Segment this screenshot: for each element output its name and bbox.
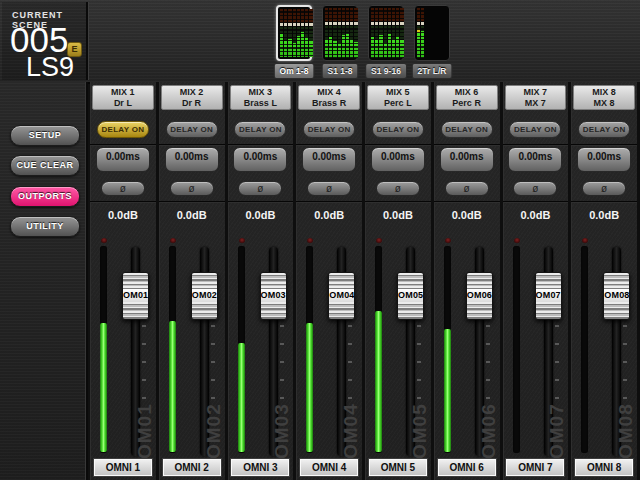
delay-on-button[interactable]: DELAY ON: [166, 121, 218, 138]
meter-bar: [301, 9, 304, 57]
fader-cap-ridges: [604, 302, 629, 319]
level-meter: [513, 246, 520, 453]
fader-cap-ridges: [192, 273, 217, 289]
channel-header[interactable]: MIX 7MX 7: [505, 85, 567, 110]
channel-name: MIX 7: [506, 87, 566, 98]
delay-time-button[interactable]: 0.00ms: [371, 147, 425, 172]
phase-button[interactable]: ø: [376, 181, 420, 196]
fader-cap[interactable]: OM04: [328, 272, 355, 320]
channel-header[interactable]: MIX 4Brass R: [298, 85, 360, 110]
channel-header[interactable]: MIX 5Perc L: [367, 85, 429, 110]
delay-time-button[interactable]: 0.00ms: [440, 147, 494, 172]
fader-scale-tick: [211, 325, 215, 327]
meter-bar: [400, 8, 403, 58]
scene-panel[interactable]: CURRENT SCENE 005 E LS9: [2, 2, 88, 80]
sidebar-button-outports[interactable]: OUTPORTS: [10, 186, 80, 207]
meter-block-label[interactable]: 2Tr L/R: [412, 63, 453, 79]
level-meter: [581, 246, 588, 453]
channel-header[interactable]: MIX 1Dr L: [92, 85, 154, 110]
meter-block-label[interactable]: Om 1-8: [274, 63, 315, 79]
meter-block-label[interactable]: S1 9-16: [365, 63, 407, 79]
channel-label: MX 8: [574, 98, 634, 109]
delay-time-button[interactable]: 0.00ms: [165, 147, 219, 172]
meter-block-label[interactable]: S1 1-8: [321, 63, 358, 79]
delay-on-button[interactable]: DELAY ON: [441, 121, 493, 138]
fader-scale-tick: [486, 361, 490, 363]
phase-button[interactable]: ø: [513, 181, 557, 196]
fader-cap-ridges: [467, 273, 492, 289]
fader-scale-tick: [280, 361, 284, 363]
fader-cap[interactable]: OM08: [603, 272, 630, 320]
channel-watermark-label: OM04: [340, 379, 362, 459]
fader-scale-tick: [555, 361, 559, 363]
meter-bar: [284, 9, 287, 57]
channel-strips: MIX 1Dr LDELAY ON0.00msø0.0dBOM01OM01OMN…: [90, 82, 640, 480]
fader-scale-tick: [555, 343, 559, 345]
fader-cap-ridges: [261, 302, 286, 319]
meter-bar: [417, 8, 420, 58]
delay-on-button[interactable]: DELAY ON: [97, 121, 149, 138]
phase-button[interactable]: ø: [582, 181, 626, 196]
delay-time-button[interactable]: 0.00ms: [508, 147, 562, 172]
meter-block-om-1-8[interactable]: [276, 5, 312, 61]
fader-scale-tick: [623, 325, 627, 327]
fader-cap-label: OM03: [261, 289, 286, 302]
fader-cap[interactable]: OM02: [191, 272, 218, 320]
output-port-label: OMNI 5: [369, 459, 427, 476]
channel-strip-7: MIX 7MX 7DELAY ON0.00msø0.0dBOM07OM07OMN…: [503, 82, 569, 480]
meter-bar: [388, 8, 391, 58]
sidebar-button-utility[interactable]: UTILITY: [10, 216, 80, 237]
meter-bars: [280, 9, 308, 57]
separator: [571, 144, 637, 146]
channel-strip-3: MIX 3Brass LDELAY ON0.00msø0.0dBOM03OM03…: [228, 82, 294, 480]
fader-cap-label: OM02: [192, 289, 217, 302]
meter-block-s1-9-16[interactable]: [368, 5, 404, 61]
fader-cap[interactable]: OM06: [466, 272, 493, 320]
delay-time-button[interactable]: 0.00ms: [302, 147, 356, 172]
delay-on-button[interactable]: DELAY ON: [303, 121, 355, 138]
channel-watermark-label: OM02: [203, 379, 225, 459]
phase-button[interactable]: ø: [238, 181, 282, 196]
level-meter: [169, 246, 176, 453]
fader-cap[interactable]: OM03: [260, 272, 287, 320]
meter-block-s1-1-8[interactable]: [322, 5, 358, 61]
fader-scale-tick: [280, 325, 284, 327]
channel-watermark-label: OM01: [134, 379, 156, 459]
delay-on-button[interactable]: DELAY ON: [578, 121, 630, 138]
separator: [228, 144, 294, 146]
channel-name: MIX 1: [93, 87, 153, 98]
delay-on-button[interactable]: DELAY ON: [372, 121, 424, 138]
phase-button[interactable]: ø: [445, 181, 489, 196]
delay-time-button[interactable]: 0.00ms: [233, 147, 287, 172]
level-meter-fill: [306, 323, 313, 452]
level-meter-fill: [375, 311, 382, 452]
fader-cap-ridges: [604, 273, 629, 289]
channel-header[interactable]: MIX 2Dr R: [161, 85, 223, 110]
separator: [503, 201, 569, 203]
delay-time-button[interactable]: 0.00ms: [577, 147, 631, 172]
meter-bar: [350, 8, 353, 58]
fader-gain-value: 0.0dB: [159, 209, 225, 221]
fader-cap-ridges: [467, 302, 492, 319]
sidebar: SETUPCUE CLEAROUTPORTSUTILITY: [0, 82, 88, 480]
fader-cap[interactable]: OM07: [535, 272, 562, 320]
delay-on-button[interactable]: DELAY ON: [509, 121, 561, 138]
clip-led: [514, 238, 520, 243]
delay-time-button[interactable]: 0.00ms: [96, 147, 150, 172]
meter-block-2tr-l-r[interactable]: [414, 5, 450, 61]
channel-header[interactable]: MIX 8MX 8: [573, 85, 635, 110]
sidebar-button-setup[interactable]: SETUP: [10, 125, 80, 146]
meter-bar: [379, 8, 382, 58]
sidebar-button-cue-clear[interactable]: CUE CLEAR: [10, 155, 80, 176]
phase-button[interactable]: ø: [170, 181, 214, 196]
channel-header[interactable]: MIX 6Perc R: [436, 85, 498, 110]
fader-cap[interactable]: OM01: [122, 272, 149, 320]
console-name: LS9: [26, 52, 74, 83]
fader-cap[interactable]: OM05: [397, 272, 424, 320]
delay-on-button[interactable]: DELAY ON: [234, 121, 286, 138]
phase-button[interactable]: ø: [307, 181, 351, 196]
channel-header[interactable]: MIX 3Brass L: [230, 85, 292, 110]
phase-button[interactable]: ø: [101, 181, 145, 196]
separator: [296, 201, 362, 203]
separator: [365, 144, 431, 146]
